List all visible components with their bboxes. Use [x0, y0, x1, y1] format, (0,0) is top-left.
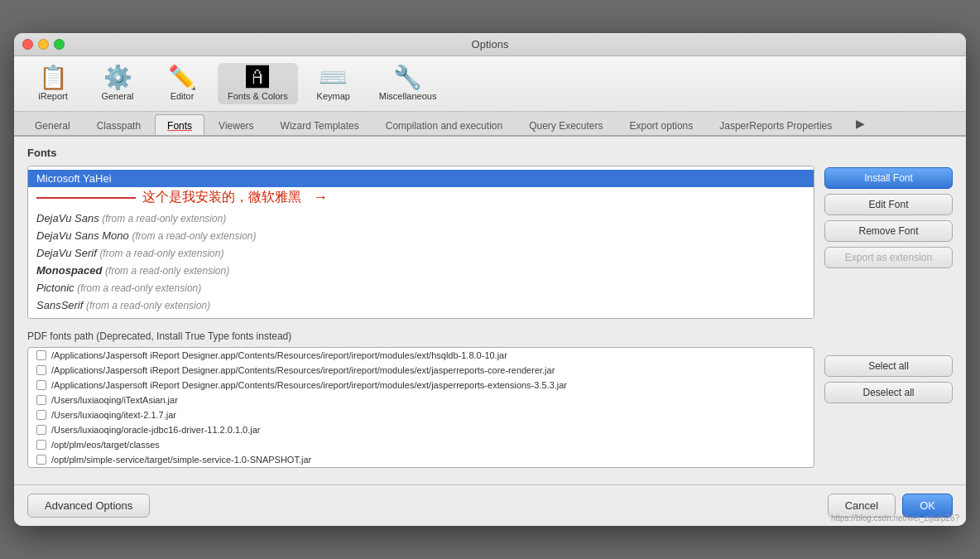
advanced-options-button[interactable]: Advanced Options	[27, 494, 150, 518]
toolbar-label-editor: Editor	[171, 91, 195, 101]
toolbar-item-fonts-colors[interactable]: 🅰 Fonts & Colors	[218, 63, 298, 104]
pdf-path-item-3[interactable]: /Users/luxiaoqing/iTextAsian.jar	[28, 393, 814, 407]
tabs-bar: General Classpath Fonts Viewers Wizard T…	[14, 112, 966, 137]
toolbar-label-ireport: iReport	[38, 91, 67, 101]
pdf-path-text-7: /opt/plm/simple-service/target/simple-se…	[51, 455, 311, 465]
pdf-path-text-2: /Applications/Jaspersoft iReport Designe…	[51, 380, 567, 390]
tab-compilation[interactable]: Compilation and execution	[373, 114, 515, 137]
close-button[interactable]	[22, 39, 33, 50]
tab-export-options[interactable]: Export options	[617, 114, 706, 137]
watermark: https://blog.csdn.net/wei_zijia/p26?	[831, 513, 959, 523]
pdf-list-container: PDF fonts path (Deprecated, Install True…	[27, 329, 814, 475]
pdf-row: PDF fonts path (Deprecated, Install True…	[27, 329, 953, 475]
font-name-serif: Serif	[36, 316, 59, 319]
font-name-dejavu-sans-mono: DejaVu Sans Mono	[36, 229, 129, 242]
window-controls	[22, 39, 65, 50]
pdf-section-title: PDF fonts path (Deprecated, Install True…	[27, 329, 814, 344]
toolbar-item-general[interactable]: ⚙️ General	[89, 63, 147, 104]
font-name-pictonic: Pictonic	[36, 282, 74, 294]
toolbar-label-miscellaneous: Miscellaneous	[379, 91, 437, 101]
tab-general[interactable]: General	[22, 114, 83, 137]
select-all-button[interactable]: Select all	[824, 355, 953, 377]
toolbar-label-general: General	[101, 91, 133, 101]
ireport-icon: 📋	[39, 66, 68, 89]
pdf-checkbox-6[interactable]	[36, 440, 46, 450]
edit-font-button[interactable]: Edit Font	[824, 194, 953, 215]
keymap-icon: ⌨️	[319, 66, 348, 89]
fonts-section-title: Fonts	[27, 147, 953, 159]
editor-icon: ✏️	[168, 66, 197, 89]
pdf-path-text-1: /Applications/Jaspersoft iReport Designe…	[51, 365, 555, 375]
pdf-checkbox-4[interactable]	[36, 410, 46, 420]
pdf-path-item-6[interactable]: /opt/plm/eos/target/classes	[28, 437, 814, 452]
annotation-text: 这个是我安装的，微软雅黑	[142, 189, 301, 206]
font-name-dejavu-serif: DejaVu Serif	[36, 247, 97, 259]
pdf-path-item-7[interactable]: /opt/plm/simple-service/target/simple-se…	[28, 452, 814, 467]
pdf-path-item-1[interactable]: /Applications/Jaspersoft iReport Designe…	[28, 363, 814, 378]
general-icon: ⚙️	[103, 66, 132, 89]
font-name-dejavu-sans: DejaVu Sans	[36, 212, 99, 224]
pdf-checkbox-2[interactable]	[36, 380, 46, 390]
window-title: Options	[472, 38, 509, 51]
remove-font-button[interactable]: Remove Font	[824, 220, 953, 242]
font-item-dejavu-sans-mono[interactable]: DejaVu Sans Mono (from a read-only exten…	[28, 227, 814, 244]
font-item-pictonic[interactable]: Pictonic (from a read-only extension)	[28, 279, 814, 296]
toolbar-item-miscellaneous[interactable]: 🔧 Miscellaneous	[369, 63, 447, 104]
tab-query-executers[interactable]: Query Executers	[516, 114, 615, 137]
font-name-monospaced: Monospaced	[36, 264, 102, 277]
annotation-underline	[36, 197, 136, 199]
tab-wizard-templates[interactable]: Wizard Templates	[268, 114, 372, 137]
pdf-path-text-0: /Applications/Jaspersoft iReport Designe…	[51, 350, 507, 360]
font-item-monospaced[interactable]: Monospaced (from a read-only extension)	[28, 262, 814, 279]
pdf-path-text-5: /Users/luxiaoqing/oracle-jdbc16-driver-1…	[51, 425, 261, 435]
minimize-button[interactable]	[38, 39, 49, 50]
font-item-sans-serif[interactable]: SansSerif (from a read-only extension)	[28, 296, 814, 314]
tabs-more-arrow[interactable]: ▶	[849, 112, 872, 135]
maximize-button[interactable]	[54, 39, 65, 50]
pdf-checkbox-0[interactable]	[36, 350, 46, 360]
annotation-arrow: →	[313, 189, 328, 206]
titlebar: Options	[14, 33, 966, 56]
pdf-path-item-4[interactable]: /Users/luxiaoqing/itext-2.1.7.jar	[28, 407, 814, 422]
toolbar-label-keymap: Keymap	[317, 91, 350, 101]
pdf-path-item-0[interactable]: /Applications/Jaspersoft iReport Designe…	[28, 348, 814, 363]
fonts-list[interactable]: Microsoft YaHei 这个是我安装的，微软雅黑 → DejaVu Sa…	[27, 166, 814, 319]
install-font-button[interactable]: Install Font	[824, 167, 953, 189]
pdf-checkbox-3[interactable]	[36, 395, 46, 405]
deselect-all-button[interactable]: Deselect all	[824, 382, 953, 403]
tab-classpath[interactable]: Classpath	[84, 114, 153, 137]
tab-jasperreports-props[interactable]: JasperReports Properties	[707, 114, 844, 137]
pdf-path-text-4: /Users/luxiaoqing/itext-2.1.7.jar	[51, 410, 176, 420]
pdf-checkbox-1[interactable]	[36, 365, 46, 375]
main-content: Fonts Microsoft YaHei 这个是我安装的，微软雅黑 → De	[14, 137, 966, 484]
fonts-colors-icon: 🅰	[246, 66, 269, 89]
font-item-serif[interactable]: Serif (from a read-only extension)	[28, 314, 814, 319]
toolbar-label-fonts-colors: Fonts & Colors	[228, 91, 288, 101]
font-name-microsoft-yahei: Microsoft YaHei	[36, 172, 112, 185]
fonts-panel: Microsoft YaHei 这个是我安装的，微软雅黑 → DejaVu Sa…	[27, 166, 953, 319]
export-extension-button[interactable]: Export as extension	[824, 247, 953, 268]
pdf-path-item-2[interactable]: /Applications/Jaspersoft iReport Designe…	[28, 378, 814, 393]
pdf-select-buttons: Select all Deselect all	[824, 329, 953, 475]
tab-viewers[interactable]: Viewers	[206, 114, 266, 137]
pdf-section: /Applications/Jaspersoft iReport Designe…	[27, 347, 814, 468]
pdf-path-text-6: /opt/plm/eos/target/classes	[51, 440, 160, 450]
pdf-checkbox-7[interactable]	[36, 455, 46, 465]
toolbar-item-keymap[interactable]: ⌨️ Keymap	[305, 63, 363, 104]
tab-fonts[interactable]: Fonts	[155, 114, 204, 137]
toolbar-item-editor[interactable]: ✏️ Editor	[153, 63, 211, 104]
pdf-path-text-3: /Users/luxiaoqing/iTextAsian.jar	[51, 395, 178, 405]
miscellaneous-icon: 🔧	[393, 66, 422, 89]
pdf-path-item-5[interactable]: /Users/luxiaoqing/oracle-jdbc16-driver-1…	[28, 422, 814, 437]
footer: Advanced Options Cancel OK	[14, 484, 966, 526]
font-annotation: 这个是我安装的，微软雅黑 →	[28, 187, 814, 210]
toolbar: 📋 iReport ⚙️ General ✏️ Editor 🅰 Fonts &…	[14, 56, 966, 112]
fonts-action-buttons: Install Font Edit Font Remove Font Expor…	[824, 166, 953, 319]
pdf-paths-list[interactable]: /Applications/Jaspersoft iReport Designe…	[28, 348, 814, 467]
font-item-dejavu-sans[interactable]: DejaVu Sans (from a read-only extension)	[28, 210, 814, 227]
font-name-sans-serif: SansSerif	[36, 299, 83, 311]
toolbar-item-ireport[interactable]: 📋 iReport	[24, 63, 82, 104]
font-item-microsoft-yahei[interactable]: Microsoft YaHei	[28, 170, 814, 187]
pdf-checkbox-5[interactable]	[36, 425, 46, 435]
font-item-dejavu-serif[interactable]: DejaVu Serif (from a read-only extension…	[28, 244, 814, 262]
